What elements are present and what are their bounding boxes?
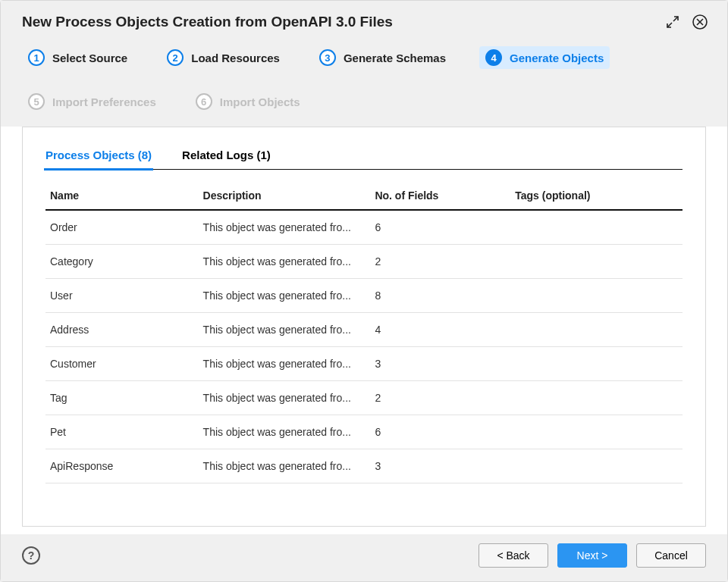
objects-table: Name Description No. of Fields Tags (opt…	[46, 182, 682, 483]
cell-tags	[510, 279, 682, 313]
cell-tags	[510, 313, 682, 347]
step-label: Import Objects	[220, 95, 300, 108]
table-row[interactable]: AddressThis object was generated fro...4	[46, 313, 682, 347]
cell-fields: 6	[370, 415, 510, 449]
cell-description: This object was generated fro...	[199, 313, 371, 347]
cancel-button[interactable]: Cancel	[636, 543, 706, 568]
step-label: Import Preferences	[52, 95, 156, 108]
cell-tags	[510, 347, 682, 381]
step-number-badge: 6	[196, 93, 212, 110]
dialog-title: New Process Objects Creation from OpenAP…	[22, 14, 664, 30]
cell-tags	[510, 210, 682, 245]
next-button[interactable]: Next >	[557, 543, 627, 568]
step-number-badge: 3	[319, 49, 336, 66]
cell-name: Customer	[46, 347, 199, 381]
back-button[interactable]: < Back	[479, 543, 548, 568]
step-import-preferences: 5Import Preferences	[22, 90, 162, 113]
table-row[interactable]: CategoryThis object was generated fro...…	[46, 245, 682, 279]
step-generate-schemas[interactable]: 3Generate Schemas	[313, 46, 452, 69]
table-row[interactable]: CustomerThis object was generated fro...…	[46, 347, 682, 381]
column-header-name[interactable]: Name	[46, 182, 199, 210]
step-generate-objects[interactable]: 4Generate Objects	[479, 46, 610, 69]
tab-process-objects[interactable]: Process Objects (8)	[46, 144, 152, 169]
cell-name: Tag	[46, 381, 199, 415]
cell-fields: 8	[370, 279, 510, 313]
cell-tags	[510, 449, 682, 483]
dialog-footer: ? < Back Next > Cancel	[1, 534, 727, 581]
cell-fields: 3	[370, 449, 510, 483]
cell-name: Category	[46, 245, 199, 279]
step-label: Load Resources	[191, 52, 280, 64]
step-number-badge: 4	[485, 49, 502, 66]
cell-fields: 6	[370, 210, 510, 245]
table-row[interactable]: PetThis object was generated fro...6	[46, 415, 682, 449]
cell-description: This object was generated fro...	[199, 210, 371, 245]
cell-name: Order	[46, 210, 199, 245]
dialog-header: New Process Objects Creation from OpenAP…	[1, 1, 727, 39]
cell-name: Address	[46, 313, 199, 347]
cell-tags	[510, 415, 682, 449]
cell-fields: 3	[370, 347, 510, 381]
tab-bar: Process Objects (8) Related Logs (1)	[46, 144, 682, 170]
wizard-stepper: 1Select Source2Load Resources3Generate S…	[1, 39, 727, 127]
table-row[interactable]: UserThis object was generated fro...8	[46, 279, 682, 313]
table-row[interactable]: ApiResponseThis object was generated fro…	[46, 449, 682, 483]
column-header-fields[interactable]: No. of Fields	[370, 182, 510, 210]
table-row[interactable]: TagThis object was generated fro...2	[46, 381, 682, 415]
step-number-badge: 1	[28, 49, 45, 66]
column-header-tags[interactable]: Tags (optional)	[510, 182, 682, 210]
step-select-source[interactable]: 1Select Source	[22, 46, 133, 69]
cell-description: This object was generated fro...	[199, 279, 371, 313]
cell-tags	[510, 245, 682, 279]
cell-fields: 2	[370, 245, 510, 279]
column-header-description[interactable]: Description	[199, 182, 371, 210]
tab-related-logs[interactable]: Related Logs (1)	[182, 144, 271, 169]
cell-description: This object was generated fro...	[199, 449, 371, 483]
cell-fields: 4	[370, 313, 510, 347]
cell-name: ApiResponse	[46, 449, 199, 483]
cell-name: Pet	[46, 415, 199, 449]
step-import-objects: 6Import Objects	[190, 90, 306, 113]
step-number-badge: 2	[167, 49, 184, 66]
cell-description: This object was generated fro...	[199, 381, 371, 415]
cell-description: This object was generated fro...	[199, 347, 371, 381]
header-icon-group	[664, 13, 709, 31]
close-icon[interactable]	[691, 13, 709, 31]
cell-fields: 2	[370, 381, 510, 415]
expand-icon[interactable]	[664, 13, 682, 31]
cell-name: User	[46, 279, 199, 313]
step-label: Select Source	[52, 52, 127, 64]
step-label: Generate Schemas	[344, 52, 446, 64]
table-header-row: Name Description No. of Fields Tags (opt…	[46, 182, 682, 210]
step-label: Generate Objects	[510, 52, 604, 64]
cell-description: This object was generated fro...	[199, 245, 371, 279]
cell-tags	[510, 381, 682, 415]
step-number-badge: 5	[28, 93, 45, 110]
objects-table-wrap[interactable]: Name Description No. of Fields Tags (opt…	[46, 182, 682, 518]
wizard-dialog: New Process Objects Creation from OpenAP…	[0, 0, 728, 582]
cell-description: This object was generated fro...	[199, 415, 371, 449]
content-panel: Process Objects (8) Related Logs (1) Nam…	[22, 127, 706, 527]
step-load-resources[interactable]: 2Load Resources	[161, 46, 286, 69]
table-row[interactable]: OrderThis object was generated fro...6	[46, 210, 682, 245]
help-icon[interactable]: ?	[22, 546, 40, 565]
